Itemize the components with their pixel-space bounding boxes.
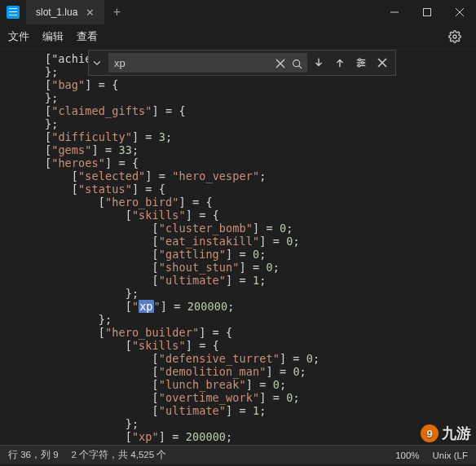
window-maximize-button[interactable] xyxy=(411,0,443,24)
tab-label: slot_1.lua xyxy=(36,7,77,18)
find-prev-icon[interactable] xyxy=(330,53,350,73)
status-line-ending[interactable]: Unix (LF xyxy=(433,451,468,460)
svg-point-10 xyxy=(359,59,361,61)
menubar: 文件 编辑 查看 xyxy=(0,24,476,49)
settings-icon[interactable] xyxy=(448,30,468,43)
watermark: 9 九游 xyxy=(421,424,471,443)
titlebar: slot_1.lua ✕ + xyxy=(0,0,476,24)
menu-file[interactable]: 文件 xyxy=(8,29,29,44)
search-icon[interactable] xyxy=(289,56,304,71)
svg-line-8 xyxy=(298,65,301,68)
clear-icon[interactable] xyxy=(273,56,288,71)
tab-active[interactable]: slot_1.lua ✕ xyxy=(26,0,104,24)
status-chars: 2 个字符，共 4,525 个 xyxy=(72,449,167,461)
new-tab-button[interactable]: + xyxy=(104,5,129,20)
close-tab-icon[interactable]: ✕ xyxy=(86,7,95,19)
svg-rect-1 xyxy=(424,9,431,16)
watermark-logo: 9 xyxy=(421,424,439,442)
window-minimize-button[interactable] xyxy=(378,0,411,24)
find-next-icon[interactable] xyxy=(309,53,328,73)
menu-view[interactable]: 查看 xyxy=(77,29,98,44)
status-cursor[interactable]: 行 36，列 9 xyxy=(8,449,59,461)
find-options-icon[interactable] xyxy=(351,53,371,73)
menu-edit[interactable]: 编辑 xyxy=(42,29,64,44)
app-icon xyxy=(7,6,20,19)
find-close-icon[interactable] xyxy=(372,53,392,73)
watermark-brand: 九游 xyxy=(442,424,471,443)
window-close-button[interactable] xyxy=(443,0,476,24)
svg-point-7 xyxy=(293,59,299,66)
code-content[interactable]: ["achievem' }; ["bag"] = { }; ["claimed_… xyxy=(0,49,476,445)
statusbar: 行 36，列 9 2 个字符，共 4,525 个 100% Unix (LF xyxy=(0,445,476,464)
svg-point-12 xyxy=(361,62,364,64)
find-expand-toggle[interactable] xyxy=(92,58,107,68)
svg-point-14 xyxy=(358,64,360,67)
editor-area[interactable]: ["achievem' }; ["bag"] = { }; ["claimed_… xyxy=(0,49,476,445)
find-bar xyxy=(88,50,396,76)
status-zoom[interactable]: 100% xyxy=(395,451,419,460)
svg-point-4 xyxy=(453,35,456,38)
